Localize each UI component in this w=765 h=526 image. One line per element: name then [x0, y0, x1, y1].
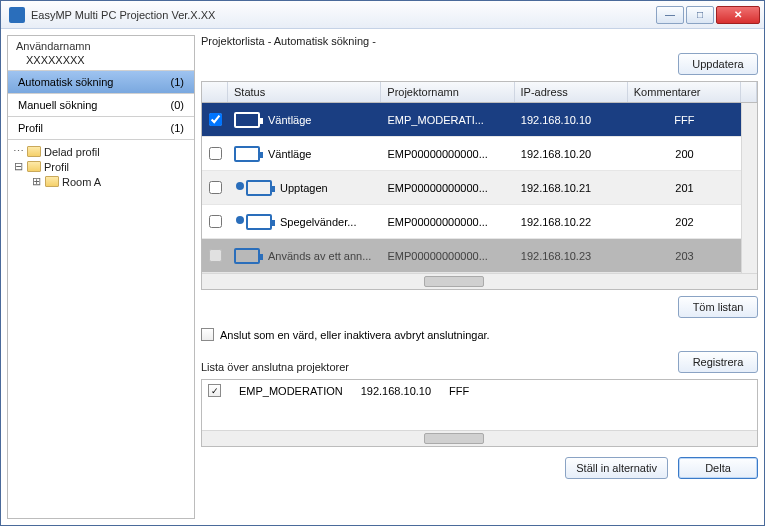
close-button[interactable]: ✕ [716, 6, 760, 24]
nav-profile[interactable]: Profil (1) [8, 117, 194, 140]
join-button[interactable]: Delta [678, 457, 758, 479]
tree-expand-icon[interactable]: ⊞ [30, 175, 42, 188]
row-checkbox[interactable] [209, 113, 222, 126]
maximize-button[interactable]: □ [686, 6, 714, 24]
projector-icon [234, 146, 260, 162]
row-name: EMP00000000000... [382, 182, 515, 194]
row-comment: 200 [628, 148, 741, 160]
row-status: Spegelvänder... [280, 216, 356, 228]
tree-collapse-icon[interactable]: ⊟ [12, 160, 24, 173]
projector-busy-icon [246, 180, 272, 196]
row-name: EMP_MODERATI... [382, 114, 515, 126]
table-row[interactable]: Spegelvänder... EMP00000000000... 192.16… [202, 205, 757, 239]
projector-mirror-icon [246, 214, 272, 230]
projector-grid: Status Projektornamn IP-adress Kommentar… [201, 81, 758, 290]
app-window: EasyMP Multi PC Projection Ver.X.XX — □ … [0, 0, 765, 526]
grid-body: Väntläge EMP_MODERATI... 192.168.10.10 F… [202, 103, 757, 273]
tree-room-a[interactable]: ⊞ Room A [12, 174, 190, 189]
tree-profile[interactable]: ⊟ Profil [12, 159, 190, 174]
nav-label: Profil [18, 122, 43, 134]
scrollbar-thumb[interactable] [424, 433, 484, 444]
nav-label: Manuell sökning [18, 99, 98, 111]
row-status: Väntläge [268, 148, 311, 160]
col-ip-address[interactable]: IP-adress [515, 82, 628, 102]
connected-row-checkbox[interactable]: ✓ [208, 384, 221, 397]
horizontal-scrollbar[interactable] [202, 273, 757, 289]
app-icon [9, 7, 25, 23]
tree-label: Profil [44, 161, 69, 173]
row-status: Används av ett ann... [268, 250, 371, 262]
nav-manual-search[interactable]: Manuell sökning (0) [8, 94, 194, 117]
connected-row-comment: FFF [449, 385, 469, 397]
horizontal-scrollbar[interactable] [202, 430, 757, 446]
row-ip: 192.168.10.22 [515, 216, 628, 228]
footer-buttons: Ställ in alternativ Delta [201, 453, 758, 479]
window-buttons: — □ ✕ [656, 6, 760, 24]
grid-header: Status Projektornamn IP-adress Kommentar… [202, 82, 757, 103]
username-value: XXXXXXXX [16, 52, 186, 66]
nav-label: Automatisk sökning [18, 76, 113, 88]
scrollbar-thumb[interactable] [424, 276, 484, 287]
folder-icon [27, 161, 41, 172]
row-ip: 192.168.10.20 [515, 148, 628, 160]
col-checkbox [202, 82, 228, 102]
row-name: EMP00000000000... [382, 216, 515, 228]
row-comment: FFF [628, 114, 741, 126]
row-ip: 192.168.10.10 [515, 114, 628, 126]
row-ip: 192.168.10.21 [515, 182, 628, 194]
username-section: Användarnamn XXXXXXXX [8, 36, 194, 71]
host-checkbox-label: Anslut som en värd, eller inaktivera avb… [220, 329, 490, 341]
row-comment: 203 [628, 250, 741, 262]
row-checkbox[interactable] [209, 181, 222, 194]
projector-icon [234, 248, 260, 264]
folder-icon [27, 146, 41, 157]
tree-label: Delad profil [44, 146, 100, 158]
nav-count: (1) [171, 122, 184, 134]
tree-dots-icon: ⋯ [12, 145, 24, 158]
nav-count: (1) [171, 76, 184, 88]
row-ip: 192.168.10.23 [515, 250, 628, 262]
col-projector-name[interactable]: Projektornamn [381, 82, 514, 102]
table-row[interactable]: Väntläge EMP_MODERATI... 192.168.10.10 F… [202, 103, 757, 137]
row-name: EMP00000000000... [382, 148, 515, 160]
row-checkbox[interactable] [209, 215, 222, 228]
projector-icon [234, 112, 260, 128]
table-row[interactable]: Används av ett ann... EMP00000000000... … [202, 239, 757, 273]
connected-list-label: Lista över anslutna projektorer [201, 361, 349, 373]
row-name: EMP00000000000... [382, 250, 515, 262]
projector-list-label: Projektorlista - Automatisk sökning - [201, 35, 758, 47]
tree-label: Room A [62, 176, 101, 188]
titlebar: EasyMP Multi PC Projection Ver.X.XX — □ … [1, 1, 764, 29]
connected-list: ✓ EMP_MODERATION 192.168.10.10 FFF [201, 379, 758, 447]
options-button[interactable]: Ställ in alternativ [565, 457, 668, 479]
row-checkbox[interactable] [209, 147, 222, 160]
host-checkbox-row: Anslut som en värd, eller inaktivera avb… [201, 324, 758, 345]
clear-list-button[interactable]: Töm listan [678, 296, 758, 318]
col-status[interactable]: Status [228, 82, 381, 102]
nav-count: (0) [171, 99, 184, 111]
row-status: Väntläge [268, 114, 311, 126]
profile-tree: ⋯ Delad profil ⊟ Profil ⊞ Room A [8, 140, 194, 193]
username-label: Användarnamn [16, 40, 186, 52]
row-comment: 202 [628, 216, 741, 228]
app-title: EasyMP Multi PC Projection Ver.X.XX [31, 9, 656, 21]
table-row[interactable]: Upptagen EMP00000000000... 192.168.10.21… [202, 171, 757, 205]
host-checkbox[interactable] [201, 328, 214, 341]
table-row[interactable]: Väntläge EMP00000000000... 192.168.10.20… [202, 137, 757, 171]
register-button[interactable]: Registrera [678, 351, 758, 373]
col-scroll-spacer [741, 82, 757, 102]
minimize-button[interactable]: — [656, 6, 684, 24]
connected-row-name: EMP_MODERATION [239, 385, 343, 397]
sidebar: Användarnamn XXXXXXXX Automatisk sökning… [7, 35, 195, 519]
row-checkbox [209, 249, 222, 262]
update-button[interactable]: Uppdatera [678, 53, 758, 75]
vertical-scrollbar[interactable] [741, 103, 757, 273]
nav-auto-search[interactable]: Automatisk sökning (1) [8, 71, 194, 94]
connected-row-ip: 192.168.10.10 [361, 385, 431, 397]
col-comment[interactable]: Kommentarer [628, 82, 741, 102]
row-status: Upptagen [280, 182, 328, 194]
main-panel: Projektorlista - Automatisk sökning - Up… [201, 35, 758, 519]
row-comment: 201 [628, 182, 741, 194]
tree-shared-profile[interactable]: ⋯ Delad profil [12, 144, 190, 159]
list-item[interactable]: ✓ EMP_MODERATION 192.168.10.10 FFF [208, 384, 751, 397]
